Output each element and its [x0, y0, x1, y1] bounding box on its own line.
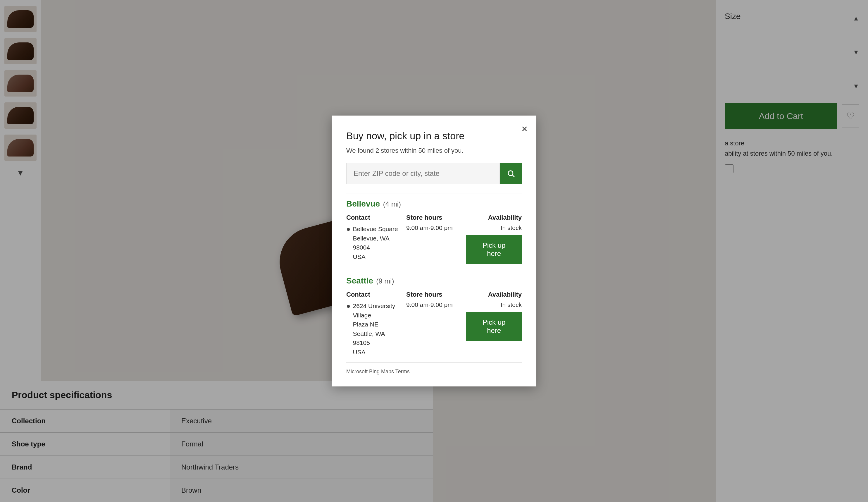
store-seattle-distance: (9 mi) — [376, 277, 394, 285]
store-seattle-hours: 9:00 am-9:00 pm — [406, 301, 462, 308]
store-bellevue-hours-label: Store hours — [406, 214, 462, 222]
store-pickup-modal: × Buy now, pick up in a store We found 2… — [332, 115, 536, 387]
modal-title: Buy now, pick up in a store — [346, 130, 522, 142]
modal-subtitle: We found 2 stores within 50 miles of you… — [346, 147, 522, 154]
store-seattle-header: Seattle (9 mi) — [346, 276, 522, 286]
svg-point-0 — [508, 171, 513, 175]
store-bellevue-name: Bellevue — [346, 199, 380, 208]
search-row — [346, 163, 522, 184]
section-divider-bottom — [346, 362, 522, 363]
store-seattle-availability-label: Availability — [466, 291, 522, 298]
store-bellevue-address-text: Bellevue Square Bellevue, WA 98004 USA — [353, 224, 402, 261]
store-bellevue-distance: (4 mi) — [383, 200, 401, 208]
search-button[interactable] — [500, 163, 522, 184]
store-bellevue-contact-col: Contact ● Bellevue Square Bellevue, WA 9… — [346, 214, 402, 261]
seattle-pickup-button[interactable]: Pick up here — [466, 312, 522, 341]
modal-close-button[interactable]: × — [521, 124, 528, 134]
store-seattle-availability: In stock — [466, 301, 522, 308]
store-seattle-name: Seattle — [346, 276, 373, 285]
store-bellevue: Bellevue (4 mi) Contact ● Bellevue Squar… — [346, 199, 522, 264]
zip-search-input[interactable] — [346, 163, 500, 184]
store-seattle-contact-label: Contact — [346, 291, 402, 298]
store-seattle: Seattle (9 mi) Contact ● 2624 University… — [346, 276, 522, 357]
location-pin-icon: ● — [346, 225, 351, 233]
store-bellevue-header: Bellevue (4 mi) — [346, 199, 522, 208]
store-bellevue-address: ● Bellevue Square Bellevue, WA 98004 USA — [346, 224, 402, 261]
location-pin-icon-seattle: ● — [346, 302, 351, 310]
store-seattle-hours-col: Store hours 9:00 am-9:00 pm — [406, 291, 462, 308]
section-divider-top — [346, 193, 522, 193]
store-bellevue-availability: In stock — [466, 224, 522, 232]
store-seattle-grid: Contact ● 2624 University Village Plaza … — [346, 291, 522, 357]
store-seattle-contact-col: Contact ● 2624 University Village Plaza … — [346, 291, 402, 357]
store-seattle-availability-col: Availability In stock Pick up here — [466, 291, 522, 341]
store-bellevue-availability-label: Availability — [466, 214, 522, 222]
store-bellevue-availability-col: Availability In stock Pick up here — [466, 214, 522, 264]
store-bellevue-hours-col: Store hours 9:00 am-9:00 pm — [406, 214, 462, 232]
store-seattle-address-text: 2624 University Village Plaza NE Seattle… — [353, 301, 402, 357]
store-bellevue-grid: Contact ● Bellevue Square Bellevue, WA 9… — [346, 214, 522, 264]
store-bellevue-contact-label: Contact — [346, 214, 402, 222]
store-seattle-hours-label: Store hours — [406, 291, 462, 298]
store-bellevue-hours: 9:00 am-9:00 pm — [406, 224, 462, 232]
search-icon — [507, 170, 515, 177]
svg-line-1 — [513, 175, 514, 177]
bing-maps-terms-link[interactable]: Microsoft Bing Maps Terms — [346, 369, 522, 375]
store-seattle-address: ● 2624 University Village Plaza NE Seatt… — [346, 301, 402, 357]
bellevue-pickup-button[interactable]: Pick up here — [466, 235, 522, 264]
section-divider-middle — [346, 270, 522, 270]
